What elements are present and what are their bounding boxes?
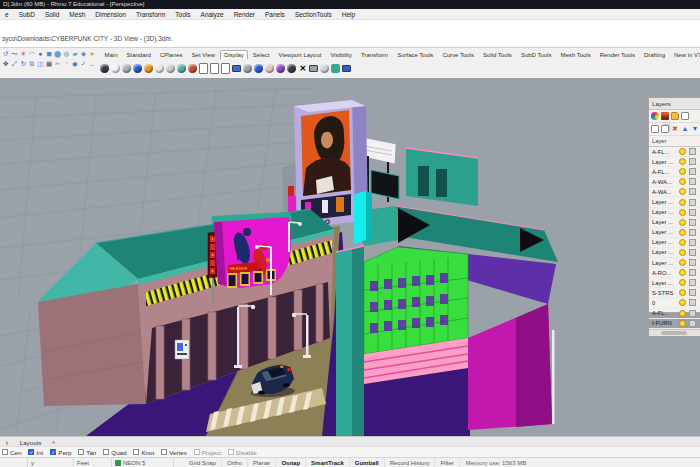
rendered-display-icon[interactable] [133,63,143,73]
osnap-toggle[interactable]: Tan [78,449,96,456]
sphere-icon[interactable]: ● [37,50,45,58]
menu-item[interactable]: Tools [170,11,195,18]
menu-item[interactable]: Solid [40,11,64,18]
layer-visibility-bulb-icon[interactable] [679,158,686,165]
undo-icon[interactable]: ↺ [2,50,10,58]
checkbox[interactable] [50,449,56,455]
dark-sphere-icon[interactable] [287,63,297,73]
status-toggle[interactable]: Record History [385,458,436,467]
menu-item[interactable]: e [0,11,14,18]
Layer ...[interactable]: Layer ... [649,278,700,288]
vending-machine[interactable] [175,340,189,359]
S-STRS[interactable]: S-STRS [649,288,700,298]
artistic-display-icon[interactable] [188,63,198,73]
status-toggle[interactable]: Ortho [222,458,248,467]
arctic-display-icon[interactable] [155,63,165,73]
checkbox[interactable] [28,449,34,455]
toolbar-tab[interactable]: Set View [187,50,220,59]
close-display-icon[interactable]: ✕ [298,63,308,73]
shaded-display-icon[interactable] [111,63,121,73]
Layer ...[interactable]: Layer ... [649,238,700,248]
delete-layer-icon[interactable]: ✕ [671,125,679,133]
arc-icon[interactable]: ◠ [28,50,36,58]
surface-icon[interactable]: ▰ [71,50,79,58]
scale-icon[interactable]: ⤢ [11,60,19,68]
layer-visibility-bulb-icon[interactable] [679,219,686,226]
layer-visibility-bulb-icon[interactable] [679,188,686,195]
neon-pillar[interactable] [354,191,372,244]
blue-sphere-icon[interactable] [254,63,264,73]
Layer ...[interactable]: Layer ... [649,157,700,167]
menu-item[interactable]: Dimension [90,11,131,18]
menu-item[interactable]: Analyze [196,11,229,18]
card-display-icon[interactable] [210,63,220,73]
monitor-display-icon[interactable] [232,63,242,73]
Layer ...[interactable]: Layer ... [649,197,700,207]
layer-visibility-bulb-icon[interactable] [679,310,686,317]
layer-lock-icon[interactable] [689,229,696,236]
toolbar-tab[interactable]: Standard [122,50,155,59]
layer-lock-icon[interactable] [689,249,696,256]
menu-item[interactable]: Panels [260,11,290,18]
layer-visibility-bulb-icon[interactable] [679,178,686,185]
toolbar-tab[interactable]: Render Tools [595,50,639,59]
trim-icon[interactable]: ✂ [54,60,62,68]
move-layer-up-icon[interactable]: ▲ [681,125,689,133]
status-toggle[interactable]: Planar [248,458,276,467]
A-FL...[interactable]: A-FL... [649,167,700,177]
layer-column-header[interactable]: Layer [649,136,700,147]
Layer ...[interactable]: Layer ... [649,258,700,268]
boolean-icon[interactable]: ◉ [71,60,79,68]
layer-visibility-bulb-icon[interactable] [679,209,686,216]
viewport-tab-partial[interactable]: t [0,439,14,446]
layer-lock-icon[interactable] [689,259,696,266]
layers-icon[interactable] [661,112,669,120]
ghosted-display-icon[interactable] [122,63,132,73]
checkbox[interactable] [194,449,200,455]
mirror-icon[interactable]: ◫ [37,60,45,68]
status-toggle[interactable]: SmartTrack [306,458,350,467]
layer-visibility-bulb-icon[interactable] [679,148,686,155]
new-sublayer-icon[interactable] [661,125,669,133]
A-FL...[interactable]: A-FL... [649,147,700,157]
osnap-toggle[interactable]: Project [194,449,221,456]
panel-display-icon[interactable] [342,63,352,73]
command-history[interactable]: syco\Downloads\CYBERPUNK CITY - 3D View … [0,20,700,48]
toolbar-tab[interactable]: New in V7 [669,50,700,59]
layer-visibility-bulb-icon[interactable] [679,259,686,266]
pink-tower[interactable]: THE BISHOP [212,212,292,288]
toolbar-tab[interactable]: Drafting [639,50,669,59]
layer-visibility-bulb-icon[interactable] [679,199,686,206]
layer-lock-icon[interactable] [689,219,696,226]
status-toggle[interactable]: Filter [435,458,459,467]
toolbar-tab[interactable]: Curve Tools [438,50,479,59]
layer-lock-icon[interactable] [689,269,696,276]
folder-icon[interactable] [671,112,679,120]
osnap-toggle[interactable]: Int [28,449,43,456]
add-viewport-tab-button[interactable]: + [47,439,59,446]
active-layer-cell[interactable]: NEON 5 [112,458,174,467]
fillet-icon[interactable]: ◝ [62,60,70,68]
checkbox[interactable] [228,449,234,455]
layer-lock-icon[interactable] [689,239,696,246]
menu-item[interactable]: SubD [14,11,40,18]
layer-visibility-bulb-icon[interactable] [679,168,686,175]
toolbar-tab[interactable]: Mesh Tools [556,50,595,59]
array-icon[interactable]: ▦ [45,60,53,68]
more-icon[interactable]: ‥ [88,60,96,68]
technical-display-icon[interactable] [177,63,187,73]
street-lamp[interactable] [552,330,555,424]
layer-visibility-bulb-icon[interactable] [679,289,686,296]
card-display-icon[interactable] [199,63,209,73]
monitor-gray-icon[interactable] [309,63,319,73]
layers-panel-title[interactable]: Layers [649,98,700,110]
layer-lock-icon[interactable] [689,310,696,317]
menu-item[interactable]: Mesh [64,11,90,18]
toolbar-tab[interactable]: SubD Tools [516,50,556,59]
Layer ...[interactable]: Layer ... [649,208,700,218]
Layer ...[interactable]: Layer ... [649,218,700,228]
torus-icon[interactable]: ◎ [62,50,70,58]
layer-lock-icon[interactable] [689,320,696,327]
toolbar-tab[interactable]: Surface Tools [393,50,438,59]
menu-item[interactable]: Transform [131,11,170,18]
